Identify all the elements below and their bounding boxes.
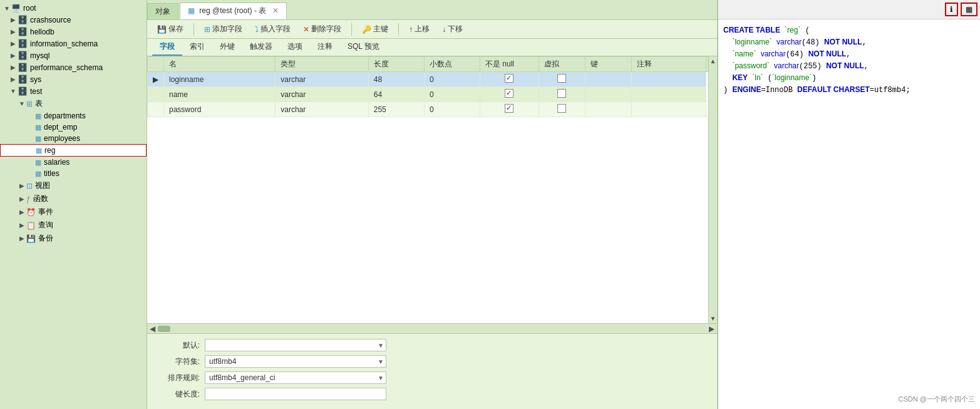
horizontal-scrollbar[interactable]: ◀ ▶ bbox=[147, 323, 717, 333]
th-type[interactable]: 类型 bbox=[276, 57, 369, 72]
sidebar-item-tables-folder[interactable]: ▼ ⊞ 表 bbox=[0, 97, 147, 110]
table-row[interactable]: ▶ loginname varchar 48 0 bbox=[148, 72, 717, 87]
th-decimal[interactable]: 小数点 bbox=[424, 57, 480, 72]
sidebar-item-dept-emp[interactable]: ▶ ▦ dept_emp bbox=[0, 122, 147, 133]
th-key[interactable]: 键 bbox=[585, 57, 631, 72]
delete-field-button[interactable]: ✕ 删除字段 bbox=[298, 23, 346, 36]
sidebar-item-functions-folder[interactable]: ▶ ƒ 函数 bbox=[0, 192, 147, 205]
field-name[interactable]: name bbox=[164, 87, 276, 102]
sidebar-item-events-folder[interactable]: ▶ ⏰ 事件 bbox=[0, 205, 147, 219]
close-icon[interactable]: ✕ bbox=[272, 6, 279, 15]
table-row[interactable]: name varchar 64 0 bbox=[148, 87, 717, 102]
collation-field-row: 排序规则: utf8mb4_general_ci ▼ bbox=[155, 371, 709, 384]
table-icon: ▦ bbox=[35, 123, 41, 132]
default-select[interactable] bbox=[205, 339, 386, 351]
sidebar-item-hellodb[interactable]: ▶ 🗄️ hellodb bbox=[0, 26, 147, 38]
field-type[interactable]: varchar bbox=[276, 87, 369, 102]
save-button[interactable]: 💾 保存 bbox=[152, 23, 188, 36]
db-icon: 🗄️ bbox=[18, 15, 28, 24]
virtual-checkbox[interactable] bbox=[557, 104, 566, 113]
virtual-checkbox[interactable] bbox=[557, 74, 566, 83]
sidebar-item-sys[interactable]: ▶ 🗄️ sys bbox=[0, 73, 147, 85]
subtab-fields[interactable]: 字段 bbox=[152, 39, 182, 56]
scroll-down-arrow[interactable]: ▼ bbox=[709, 314, 717, 323]
field-virtual[interactable] bbox=[539, 87, 585, 102]
subtab-triggers[interactable]: 触发器 bbox=[242, 39, 280, 56]
subtab-comments[interactable]: 注释 bbox=[310, 39, 340, 56]
insert-field-button[interactable]: ⤵ 插入字段 bbox=[250, 23, 296, 36]
subtab-options[interactable]: 选项 bbox=[280, 39, 310, 56]
subtab-bar: 字段 索引 外键 触发器 选项 注释 SQL 预览 bbox=[147, 39, 717, 56]
field-name[interactable]: password bbox=[164, 102, 276, 117]
scroll-up-arrow[interactable]: ▲ bbox=[709, 56, 717, 66]
table-icon: ▦ bbox=[35, 112, 41, 120]
info-button[interactable]: ℹ bbox=[945, 3, 958, 16]
charset-select[interactable]: utf8mb4 bbox=[205, 355, 386, 368]
table-icon-tab: ▦ bbox=[188, 6, 195, 15]
subtab-sql-preview[interactable]: SQL 预览 bbox=[340, 39, 387, 56]
bottom-section: 默认: ▼ 字符集: utf8mb4 ▼ 排序规则: utf8mb4_gener… bbox=[147, 333, 717, 409]
grid-view-button[interactable]: ▦ bbox=[961, 3, 977, 16]
tab-object[interactable]: 对象 bbox=[147, 3, 178, 19]
sidebar-item-views-folder[interactable]: ▶ ⊡ 视图 bbox=[0, 179, 147, 192]
toggle-root[interactable]: ▼ bbox=[3, 5, 11, 12]
sidebar-item-queries-folder[interactable]: ▶ 📋 查询 bbox=[0, 219, 147, 232]
scroll-left-arrow[interactable]: ◀ bbox=[150, 324, 155, 333]
sidebar-item-reg[interactable]: ▶ ▦ reg bbox=[0, 144, 147, 157]
field-type[interactable]: varchar bbox=[276, 102, 369, 117]
save-icon: 💾 bbox=[157, 25, 167, 34]
field-comment[interactable] bbox=[632, 72, 706, 87]
field-virtual[interactable] bbox=[539, 72, 585, 87]
th-length[interactable]: 长度 bbox=[368, 57, 424, 72]
not-null-checkbox[interactable] bbox=[505, 89, 513, 98]
sidebar-item-information-schema[interactable]: ▶ 🗄️ information_schema bbox=[0, 38, 147, 49]
sidebar-item-titles[interactable]: ▶ ▦ titles bbox=[0, 168, 147, 179]
field-length[interactable]: 48 bbox=[368, 72, 424, 87]
virtual-checkbox[interactable] bbox=[557, 89, 566, 98]
primary-key-button[interactable]: 🔑 主键 bbox=[357, 23, 393, 36]
th-not-null[interactable]: 不是 null bbox=[480, 57, 539, 72]
move-up-button[interactable]: ↑ 上移 bbox=[404, 23, 435, 36]
collation-select[interactable]: utf8mb4_general_ci bbox=[205, 371, 386, 384]
vertical-scrollbar[interactable]: ▲ ▼ bbox=[708, 56, 717, 323]
scroll-right-arrow[interactable]: ▶ bbox=[709, 324, 714, 333]
sidebar-item-test[interactable]: ▼ 🗄️ test bbox=[0, 85, 147, 97]
field-decimal[interactable]: 0 bbox=[424, 72, 480, 87]
scroll-thumb[interactable] bbox=[158, 326, 170, 332]
sidebar-item-salaries[interactable]: ▶ ▦ salaries bbox=[0, 157, 147, 168]
field-comment[interactable] bbox=[632, 87, 706, 102]
sidebar-item-backups-folder[interactable]: ▶ 💾 备份 bbox=[0, 232, 147, 245]
not-null-checkbox[interactable] bbox=[505, 104, 513, 113]
add-field-button[interactable]: ⊞ 添加字段 bbox=[199, 23, 247, 36]
field-key bbox=[585, 87, 631, 102]
tab-reg-table[interactable]: ▦ reg @test (root) - 表 ✕ bbox=[180, 3, 287, 19]
th-comment[interactable]: 注释 bbox=[632, 57, 706, 72]
field-type[interactable]: varchar bbox=[276, 72, 369, 87]
field-length[interactable]: 255 bbox=[368, 102, 424, 117]
sidebar-item-departments[interactable]: ▶ ▦ departments bbox=[0, 110, 147, 122]
sidebar-item-employees[interactable]: ▶ ▦ employees bbox=[0, 133, 147, 144]
field-not-null[interactable] bbox=[480, 87, 539, 102]
field-name[interactable]: loginname bbox=[164, 72, 276, 87]
subtab-indexes[interactable]: 索引 bbox=[182, 39, 212, 56]
field-decimal[interactable]: 0 bbox=[424, 87, 480, 102]
field-not-null[interactable] bbox=[480, 102, 539, 117]
field-length[interactable]: 64 bbox=[368, 87, 424, 102]
table-icon: ▦ bbox=[35, 158, 41, 167]
subtab-foreign-keys[interactable]: 外键 bbox=[212, 39, 242, 56]
table-row[interactable]: password varchar 255 0 bbox=[148, 102, 717, 117]
th-virtual[interactable]: 虚拟 bbox=[539, 57, 585, 72]
field-decimal[interactable]: 0 bbox=[424, 102, 480, 117]
field-not-null[interactable] bbox=[480, 72, 539, 87]
sidebar-item-performance-schema[interactable]: ▶ 🗄️ performance_schema bbox=[0, 61, 147, 73]
key-length-input[interactable] bbox=[205, 388, 386, 400]
move-down-button[interactable]: ↓ 下移 bbox=[437, 23, 468, 36]
sidebar-item-root[interactable]: ▼ 🖥️ root bbox=[0, 3, 147, 14]
sidebar-item-mysql[interactable]: ▶ 🗄️ mysql bbox=[0, 49, 147, 61]
field-comment[interactable] bbox=[632, 102, 706, 117]
th-name[interactable]: 名 bbox=[164, 57, 276, 72]
sidebar-item-crashsource[interactable]: ▶ 🗄️ crashsource bbox=[0, 14, 147, 26]
fields-table: 名 类型 长度 小数点 不是 null 虚拟 bbox=[147, 56, 717, 117]
not-null-checkbox[interactable] bbox=[505, 74, 513, 83]
field-virtual[interactable] bbox=[539, 102, 585, 117]
